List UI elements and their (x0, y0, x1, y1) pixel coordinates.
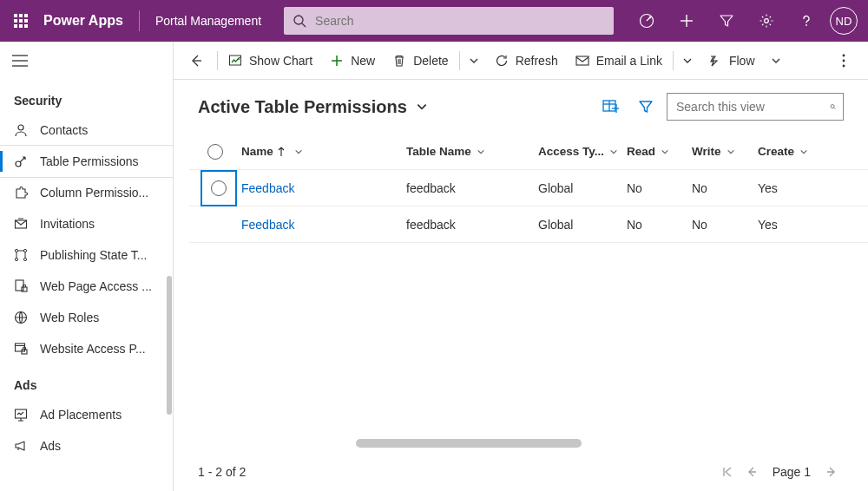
chevron-down-icon (477, 147, 485, 156)
gear-icon (759, 13, 774, 29)
svg-point-17 (23, 258, 26, 260)
chart-icon (228, 54, 242, 68)
sidebar-item-label: Ads (40, 439, 61, 453)
chevron-down-icon (609, 147, 618, 156)
edit-columns-button[interactable] (594, 89, 628, 124)
app-name[interactable]: Power Apps (42, 13, 135, 29)
globe-icon (12, 309, 30, 326)
filter-button[interactable] (707, 0, 746, 42)
flow-button[interactable]: Flow (700, 42, 764, 80)
target-icon[interactable] (627, 0, 667, 42)
prev-icon (746, 466, 758, 478)
prev-page-button[interactable] (740, 460, 764, 484)
cmd-separator (459, 51, 460, 70)
column-header-table-name[interactable]: Table Name (406, 145, 538, 158)
view-search[interactable] (667, 93, 844, 121)
header-icons: ND (627, 0, 868, 42)
sidebar-item-website-access[interactable]: Website Access P... (0, 333, 173, 364)
settings-button[interactable] (746, 0, 786, 42)
grid-footer: 1 - 2 of 2 Page 1 (174, 453, 868, 491)
sidebar-item-ads[interactable]: Ads (0, 430, 173, 462)
delete-dropdown[interactable] (462, 42, 486, 80)
sidebar-item-publishing-state[interactable]: Publishing State T... (0, 239, 173, 271)
section-label-ads: Ads (0, 364, 173, 399)
avatar[interactable]: ND (830, 7, 858, 35)
global-header: Power Apps Portal Management ND (0, 0, 868, 42)
sidebar-item-web-roles[interactable]: Web Roles (0, 302, 173, 333)
search-icon (830, 100, 836, 114)
cell-table-name: feedback (406, 181, 538, 195)
sidebar-scrollbar[interactable] (167, 276, 172, 415)
nav-collapse-button[interactable] (0, 42, 173, 80)
sidebar-item-column-permissions[interactable]: Column Permissio... (0, 177, 173, 208)
flow-dropdown[interactable] (764, 42, 788, 80)
sidebar-item-web-page-access[interactable]: Web Page Access ... (0, 271, 173, 302)
view-search-input[interactable] (674, 99, 830, 115)
horizontal-scrollbar[interactable] (356, 439, 847, 448)
chevron-down-icon (294, 147, 303, 156)
show-chart-button[interactable]: Show Chart (220, 42, 321, 80)
cell-create: Yes (758, 181, 827, 195)
column-header-create[interactable]: Create (758, 145, 827, 158)
help-button[interactable] (786, 0, 826, 42)
app-launcher-button[interactable] (0, 0, 42, 42)
flow-icon (708, 54, 722, 68)
main-content: Show Chart New Delete Refresh Email a Li… (174, 42, 868, 491)
view-title-dropdown[interactable]: Active Table Permissions (198, 97, 428, 117)
row-link-name[interactable]: Feedback (241, 181, 294, 195)
columns-icon (602, 99, 620, 115)
scrollbar-thumb[interactable] (356, 439, 582, 448)
cell-write: No (692, 181, 758, 195)
sidebar-item-ad-placements[interactable]: Ad Placements (0, 399, 173, 430)
svg-point-31 (843, 59, 845, 62)
refresh-button[interactable]: Refresh (486, 42, 567, 80)
new-button[interactable]: New (321, 42, 384, 80)
column-header-read[interactable]: Read (627, 145, 692, 158)
next-page-button[interactable] (819, 460, 844, 484)
delete-button[interactable]: Delete (384, 42, 457, 80)
svg-point-16 (15, 258, 17, 260)
sidebar: Security Contacts Table Permissions Colu… (0, 42, 174, 491)
svg-rect-18 (16, 280, 23, 291)
view-header: Active Table Permissions (174, 80, 868, 134)
table-row[interactable]: Feedback feedback Global No No Yes (189, 170, 868, 206)
first-page-button[interactable] (715, 460, 740, 484)
email-dropdown[interactable] (675, 42, 700, 80)
plus-icon (679, 13, 694, 29)
placement-icon (12, 406, 30, 423)
select-all-checkbox[interactable] (189, 144, 241, 160)
sidebar-item-label: Invitations (40, 217, 95, 231)
global-search-input[interactable] (313, 13, 605, 29)
global-search[interactable] (284, 7, 614, 35)
sidebar-item-table-permissions[interactable]: Table Permissions (0, 146, 173, 177)
sort-asc-icon (277, 147, 286, 157)
command-bar: Show Chart New Delete Refresh Email a Li… (174, 42, 868, 80)
sidebar-item-contacts[interactable]: Contacts (0, 115, 173, 146)
question-icon (799, 14, 813, 28)
svg-point-32 (843, 64, 845, 67)
email-link-button[interactable]: Email a Link (567, 42, 671, 80)
back-button[interactable] (182, 42, 215, 80)
header-divider (139, 10, 140, 31)
row-link-name[interactable]: Feedback (241, 218, 294, 232)
cell-access-type: Global (538, 181, 627, 195)
more-commands-button[interactable] (828, 42, 859, 80)
filter-view-button[interactable] (628, 89, 663, 124)
data-grid: Name Table Name Access Ty... Read (174, 134, 868, 243)
svg-rect-24 (16, 409, 27, 418)
search-icon (293, 14, 306, 28)
column-header-name[interactable]: Name (241, 145, 406, 158)
svg-point-14 (15, 249, 17, 252)
chevron-down-icon (469, 56, 479, 66)
chevron-down-icon (771, 56, 781, 66)
add-button[interactable] (667, 0, 707, 42)
column-header-access-type[interactable]: Access Ty... (538, 145, 627, 158)
column-header-write[interactable]: Write (692, 145, 758, 158)
row-checkbox[interactable] (189, 206, 241, 243)
key-icon (12, 153, 30, 170)
sidebar-item-invitations[interactable]: Invitations (0, 208, 173, 239)
portal-name[interactable]: Portal Management (143, 14, 273, 28)
row-checkbox[interactable] (189, 170, 241, 206)
table-row[interactable]: Feedback feedback Global No No Yes (189, 206, 868, 243)
next-icon (825, 466, 838, 478)
